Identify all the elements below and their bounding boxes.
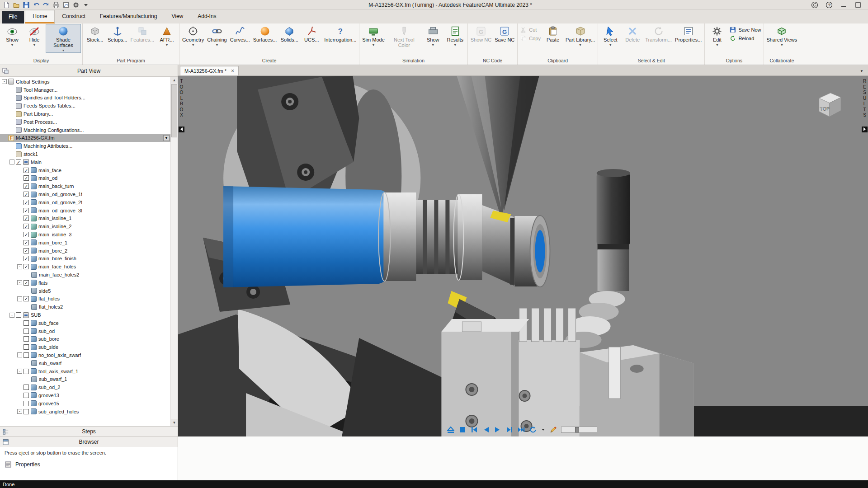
- tree-item-sub-side[interactable]: sub_side: [0, 343, 178, 351]
- scroll-down-icon[interactable]: ▼: [171, 419, 178, 426]
- plot-icon[interactable]: [62, 1, 70, 9]
- dropdown-caret-icon[interactable]: ▼: [192, 43, 195, 47]
- visibility-checkbox[interactable]: [24, 344, 29, 350]
- show-nc-button[interactable]: GShow NC: [469, 24, 493, 44]
- delete-button[interactable]: Delete: [622, 24, 643, 44]
- select-button[interactable]: Select▼: [599, 24, 621, 47]
- print-icon[interactable]: [52, 1, 60, 9]
- panel-windows-icon[interactable]: [2, 67, 9, 75]
- eject-button[interactable]: [447, 426, 455, 434]
- tree-item-main-back-turn[interactable]: ✓main_back_turn: [0, 182, 178, 190]
- edit-button[interactable]: Edit▼: [706, 24, 728, 47]
- visibility-checkbox[interactable]: [24, 409, 29, 414]
- browser-panel-bar[interactable]: Browser: [0, 436, 178, 447]
- tree-scrollbar[interactable]: ▲ ▼: [170, 77, 178, 426]
- afr-button[interactable]: AFR...▼: [156, 24, 178, 47]
- collapse-icon[interactable]: -: [9, 313, 14, 318]
- save-nc-button[interactable]: GSave NC: [493, 24, 516, 44]
- tree-item-stock1[interactable]: stock1: [0, 150, 178, 158]
- visibility-checkbox[interactable]: [24, 369, 29, 374]
- visibility-checkbox[interactable]: ✓: [24, 192, 29, 197]
- transform-button[interactable]: Transform...: [644, 24, 673, 44]
- dropdown-caret-icon[interactable]: ▼: [216, 43, 219, 47]
- geometry-button[interactable]: Geometry▼: [181, 24, 205, 47]
- visibility-checkbox[interactable]: [24, 401, 29, 406]
- tree-item-sub-od[interactable]: sub_od: [0, 327, 178, 335]
- tree-item-main-bore-finish[interactable]: ✓main_bore_finish: [0, 255, 178, 263]
- tree-item-m-a13256-gx-fm[interactable]: M-A13256-GX.fm▼: [0, 134, 178, 142]
- help-button[interactable]: ?: [826, 1, 833, 9]
- collapse-right-arrow-icon[interactable]: [862, 127, 868, 132]
- hide-button[interactable]: Hide▼: [24, 24, 45, 47]
- save-now-button[interactable]: Save Now: [729, 26, 761, 33]
- surfaces-button[interactable]: Surfaces...: [252, 24, 278, 44]
- tree-item-flat-holes2[interactable]: flat_holes2: [0, 303, 178, 311]
- fast-forward-end-button[interactable]: [517, 426, 525, 434]
- collapse-icon[interactable]: -: [17, 369, 22, 374]
- tree-item-flat-holes[interactable]: -✓flat_holes: [0, 295, 178, 303]
- steps-panel-bar[interactable]: Steps: [0, 426, 178, 436]
- tree-item-post-process[interactable]: Post Process...: [0, 118, 178, 126]
- visibility-checkbox[interactable]: ✓: [24, 175, 29, 181]
- shared-views-button[interactable]: Shared Views▼: [765, 24, 799, 47]
- tab-add-ins[interactable]: Add-Ins: [190, 10, 223, 23]
- shade-surfaces-button[interactable]: Shade Surfaces▼: [46, 24, 81, 53]
- tab-home[interactable]: Home: [25, 10, 55, 23]
- results-button[interactable]: Results▼: [444, 24, 466, 47]
- scroll-up-icon[interactable]: ▲: [171, 77, 178, 84]
- features-button[interactable]: Features...: [129, 24, 156, 44]
- visibility-checkbox[interactable]: [24, 336, 29, 342]
- undo-icon[interactable]: [33, 1, 40, 9]
- save-icon[interactable]: [23, 1, 30, 9]
- tree-item-sub-angled-holes[interactable]: -sub_angled_holes: [0, 408, 178, 416]
- tab-list-caret-icon[interactable]: ▼: [860, 69, 866, 75]
- caret-down-button[interactable]: [541, 426, 546, 434]
- close-tab-icon[interactable]: ×: [231, 68, 234, 74]
- visibility-checkbox[interactable]: ✓: [24, 256, 29, 261]
- tree-item-main-od-groove-2f[interactable]: ✓main_od_groove_2f: [0, 198, 178, 206]
- tree-item-side5[interactable]: side5: [0, 287, 178, 295]
- dropdown-caret-icon[interactable]: ▼: [11, 43, 14, 47]
- dropdown-caret-icon[interactable]: ▼: [609, 43, 612, 47]
- tree-item-main-face-holes[interactable]: -✓main_face_holes: [0, 263, 178, 271]
- tree-item-tool-manager[interactable]: Tool Manager...: [0, 86, 178, 94]
- step-forward-button[interactable]: [505, 426, 514, 434]
- visibility-checkbox[interactable]: ✓: [24, 224, 29, 229]
- next-tool-color-button[interactable]: Next Tool Color: [387, 24, 422, 49]
- collapse-left-arrow-icon[interactable]: [179, 127, 184, 132]
- tree-item-main-od[interactable]: ✓main_od: [0, 174, 178, 183]
- properties-panel-bar[interactable]: Properties: [0, 459, 178, 470]
- visibility-checkbox[interactable]: ✓: [24, 264, 29, 269]
- viewport-3d-scene[interactable]: [178, 76, 868, 436]
- sync-button[interactable]: [811, 1, 818, 9]
- dropdown-caret-icon[interactable]: ▼: [33, 43, 36, 47]
- collapse-icon[interactable]: -: [9, 160, 14, 164]
- dropdown-caret-icon[interactable]: ▼: [453, 43, 457, 47]
- tree-item-global-settings[interactable]: -Global Settings: [0, 78, 178, 86]
- sim-mode-button[interactable]: Sim Mode▼: [361, 24, 386, 47]
- tree-item-main-od-groove-3f[interactable]: ✓main_od_groove_3f: [0, 206, 178, 215]
- dropdown-caret-icon[interactable]: ▼: [579, 43, 582, 47]
- tab-features-manufacturing[interactable]: Features/Manufacturing: [93, 10, 165, 23]
- setups-button[interactable]: Setups...: [106, 24, 128, 44]
- visibility-checkbox[interactable]: ✓: [24, 168, 29, 173]
- visibility-checkbox[interactable]: ✓: [24, 208, 29, 213]
- tree-item-main-bore-1[interactable]: ✓main_bore_1: [0, 239, 178, 247]
- tree-item-main-isoline-1[interactable]: ✓main_isoline_1: [0, 215, 178, 223]
- tree-item-main-isoline-3[interactable]: ✓main_isoline_3: [0, 230, 178, 239]
- tree-item-main-face-holes2[interactable]: main_face_holes2: [0, 271, 178, 279]
- view-cube[interactable]: TOP: [814, 89, 844, 119]
- dropdown-caret-icon[interactable]: ▼: [62, 49, 65, 52]
- solids-button[interactable]: Solids...: [278, 24, 300, 44]
- tree-item-sub-bore[interactable]: sub_bore: [0, 335, 178, 343]
- visibility-checkbox[interactable]: [24, 320, 29, 326]
- interrogation-button[interactable]: ?Interrogation...: [323, 24, 358, 44]
- toolbox-panel-tab[interactable]: TOOLBOX: [179, 79, 184, 132]
- minimize-button[interactable]: [840, 1, 847, 9]
- visibility-checkbox[interactable]: ✓: [24, 232, 29, 237]
- tree-item-sub-face[interactable]: sub_face: [0, 319, 178, 327]
- dropdown-caret-icon[interactable]: ▼: [780, 43, 783, 47]
- tab-view[interactable]: View: [164, 10, 190, 23]
- dropdown-caret-icon[interactable]: ▼: [372, 43, 375, 47]
- visibility-checkbox[interactable]: ✓: [24, 296, 29, 301]
